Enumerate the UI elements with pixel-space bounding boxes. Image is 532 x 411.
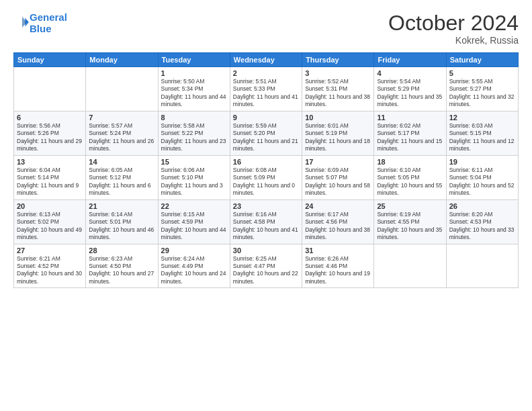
day-number: 15 [161, 158, 227, 166]
day-number: 12 [449, 113, 515, 122]
calendar-cell: 22Sunrise: 6:15 AMSunset: 4:59 PMDayligh… [158, 199, 230, 244]
logo-icon [15, 15, 30, 30]
calendar-cell: 8Sunrise: 5:58 AMSunset: 5:22 PMDaylight… [158, 111, 230, 155]
day-number: 9 [233, 113, 299, 122]
day-info: Sunrise: 5:54 AMSunset: 5:29 PMDaylight:… [377, 78, 443, 109]
svg-marker-1 [22, 16, 27, 28]
day-number: 2 [233, 69, 299, 77]
day-info: Sunrise: 6:25 AMSunset: 4:47 PMDaylight:… [233, 255, 299, 286]
day-number: 5 [449, 69, 515, 77]
calendar-cell: 2Sunrise: 5:51 AMSunset: 5:33 PMDaylight… [230, 67, 302, 111]
day-info: Sunrise: 6:05 AMSunset: 5:12 PMDaylight:… [89, 167, 154, 197]
calendar-week-row: 1Sunrise: 5:50 AMSunset: 5:34 PMDaylight… [14, 67, 519, 111]
logo: General Blue [13, 12, 67, 34]
day-number: 19 [449, 158, 515, 166]
day-info: Sunrise: 6:06 AMSunset: 5:10 PMDaylight:… [161, 167, 227, 197]
calendar-cell: 27Sunrise: 6:21 AMSunset: 4:52 PMDayligh… [14, 244, 86, 288]
calendar-week-row: 27Sunrise: 6:21 AMSunset: 4:52 PMDayligh… [14, 244, 519, 288]
day-info: Sunrise: 6:10 AMSunset: 5:05 PMDaylight:… [377, 167, 443, 197]
day-info: Sunrise: 6:21 AMSunset: 4:52 PMDaylight:… [17, 255, 83, 286]
day-number: 22 [161, 202, 227, 210]
calendar-header-row: SundayMondayTuesdayWednesdayThursdayFrid… [14, 53, 519, 67]
calendar-cell: 24Sunrise: 6:17 AMSunset: 4:56 PMDayligh… [302, 199, 374, 244]
month-title: October 2024 [388, 12, 519, 34]
calendar-cell [14, 67, 86, 111]
calendar-cell: 28Sunrise: 6:23 AMSunset: 4:50 PMDayligh… [86, 244, 158, 288]
day-info: Sunrise: 6:14 AMSunset: 5:01 PMDaylight:… [89, 211, 154, 242]
calendar-cell: 19Sunrise: 6:11 AMSunset: 5:04 PMDayligh… [446, 155, 518, 199]
day-number: 16 [233, 158, 299, 166]
calendar-cell: 6Sunrise: 5:56 AMSunset: 5:26 PMDaylight… [14, 111, 86, 155]
day-number: 10 [305, 113, 371, 122]
calendar-cell: 11Sunrise: 6:02 AMSunset: 5:17 PMDayligh… [374, 111, 446, 155]
calendar-cell: 12Sunrise: 6:03 AMSunset: 5:15 PMDayligh… [446, 111, 518, 155]
day-info: Sunrise: 6:03 AMSunset: 5:15 PMDaylight:… [449, 122, 515, 153]
day-info: Sunrise: 6:16 AMSunset: 4:58 PMDaylight:… [233, 211, 299, 242]
calendar-cell: 14Sunrise: 6:05 AMSunset: 5:12 PMDayligh… [86, 155, 158, 199]
calendar-cell [86, 67, 158, 111]
day-info: Sunrise: 6:04 AMSunset: 5:14 PMDaylight:… [17, 167, 83, 197]
calendar-cell: 7Sunrise: 5:57 AMSunset: 5:24 PMDaylight… [86, 111, 158, 155]
day-info: Sunrise: 6:13 AMSunset: 5:02 PMDaylight:… [17, 211, 83, 242]
day-number: 31 [305, 246, 371, 255]
day-number: 30 [233, 246, 299, 255]
day-number: 1 [161, 69, 227, 77]
day-info: Sunrise: 6:24 AMSunset: 4:49 PMDaylight:… [161, 255, 227, 286]
day-number: 25 [377, 202, 443, 210]
calendar-cell: 31Sunrise: 6:26 AMSunset: 4:46 PMDayligh… [302, 244, 374, 288]
day-number: 14 [89, 158, 154, 166]
day-number: 29 [161, 246, 227, 255]
day-info: Sunrise: 6:20 AMSunset: 4:53 PMDaylight:… [449, 211, 515, 242]
calendar-cell: 16Sunrise: 6:08 AMSunset: 5:09 PMDayligh… [230, 155, 302, 199]
day-info: Sunrise: 5:56 AMSunset: 5:26 PMDaylight:… [17, 122, 83, 153]
day-info: Sunrise: 6:26 AMSunset: 4:46 PMDaylight:… [305, 255, 371, 286]
calendar-cell: 25Sunrise: 6:19 AMSunset: 4:55 PMDayligh… [374, 199, 446, 244]
day-number: 3 [305, 69, 371, 77]
calendar-cell [374, 244, 446, 288]
day-number: 24 [305, 202, 371, 210]
day-info: Sunrise: 6:08 AMSunset: 5:09 PMDaylight:… [233, 167, 299, 197]
location: Kokrek, Russia [388, 35, 519, 46]
day-info: Sunrise: 5:52 AMSunset: 5:31 PMDaylight:… [305, 78, 371, 109]
calendar-cell: 20Sunrise: 6:13 AMSunset: 5:02 PMDayligh… [14, 199, 86, 244]
day-info: Sunrise: 6:17 AMSunset: 4:56 PMDaylight:… [305, 211, 371, 242]
calendar-week-row: 13Sunrise: 6:04 AMSunset: 5:14 PMDayligh… [14, 155, 519, 199]
day-number: 20 [17, 202, 83, 210]
day-info: Sunrise: 5:57 AMSunset: 5:24 PMDaylight:… [89, 122, 154, 153]
calendar-header-saturday: Saturday [446, 53, 518, 67]
calendar-cell: 30Sunrise: 6:25 AMSunset: 4:47 PMDayligh… [230, 244, 302, 288]
day-info: Sunrise: 5:51 AMSunset: 5:33 PMDaylight:… [233, 78, 299, 109]
day-number: 6 [17, 113, 83, 122]
calendar-cell: 13Sunrise: 6:04 AMSunset: 5:14 PMDayligh… [14, 155, 86, 199]
day-info: Sunrise: 6:19 AMSunset: 4:55 PMDaylight:… [377, 211, 443, 242]
day-info: Sunrise: 5:55 AMSunset: 5:27 PMDaylight:… [449, 78, 515, 109]
calendar-cell: 17Sunrise: 6:09 AMSunset: 5:07 PMDayligh… [302, 155, 374, 199]
calendar-cell: 15Sunrise: 6:06 AMSunset: 5:10 PMDayligh… [158, 155, 230, 199]
day-info: Sunrise: 5:50 AMSunset: 5:34 PMDaylight:… [161, 78, 227, 109]
calendar-header-tuesday: Tuesday [158, 53, 230, 67]
calendar-cell: 1Sunrise: 5:50 AMSunset: 5:34 PMDaylight… [158, 67, 230, 111]
calendar-cell: 10Sunrise: 6:01 AMSunset: 5:19 PMDayligh… [302, 111, 374, 155]
calendar-header-wednesday: Wednesday [230, 53, 302, 67]
day-number: 26 [449, 202, 515, 210]
calendar-cell: 3Sunrise: 5:52 AMSunset: 5:31 PMDaylight… [302, 67, 374, 111]
day-number: 13 [17, 158, 83, 166]
calendar-cell: 23Sunrise: 6:16 AMSunset: 4:58 PMDayligh… [230, 199, 302, 244]
calendar-header-friday: Friday [374, 53, 446, 67]
day-info: Sunrise: 6:23 AMSunset: 4:50 PMDaylight:… [89, 255, 154, 286]
calendar-week-row: 6Sunrise: 5:56 AMSunset: 5:26 PMDaylight… [14, 111, 519, 155]
calendar-header-sunday: Sunday [14, 53, 86, 67]
calendar-cell: 5Sunrise: 5:55 AMSunset: 5:27 PMDaylight… [446, 67, 518, 111]
page-header: General Blue October 2024 Kokrek, Russia [13, 12, 519, 46]
day-number: 18 [377, 158, 443, 166]
day-number: 23 [233, 202, 299, 210]
calendar: SundayMondayTuesdayWednesdayThursdayFrid… [13, 52, 519, 288]
day-number: 27 [17, 246, 83, 255]
day-number: 11 [377, 113, 443, 122]
calendar-cell: 29Sunrise: 6:24 AMSunset: 4:49 PMDayligh… [158, 244, 230, 288]
calendar-cell: 26Sunrise: 6:20 AMSunset: 4:53 PMDayligh… [446, 199, 518, 244]
day-info: Sunrise: 6:15 AMSunset: 4:59 PMDaylight:… [161, 211, 227, 242]
day-info: Sunrise: 6:11 AMSunset: 5:04 PMDaylight:… [449, 167, 515, 197]
day-info: Sunrise: 5:58 AMSunset: 5:22 PMDaylight:… [161, 122, 227, 153]
title-block: October 2024 Kokrek, Russia [388, 12, 519, 46]
